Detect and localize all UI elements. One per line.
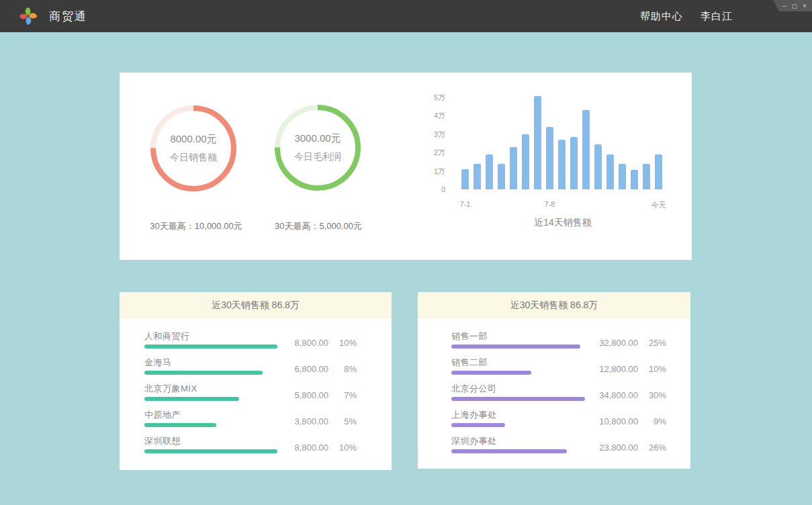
brand: 商贸通: [17, 0, 87, 32]
sales-bar: [486, 154, 493, 189]
ranking-row-bar: [451, 345, 580, 349]
close-button-icon[interactable]: ×: [803, 3, 807, 9]
ranking-row-percent: 30%: [638, 390, 666, 400]
ranking-row-value: 3,800.005%: [294, 416, 357, 426]
sales-bar: [510, 147, 517, 189]
ranking-row-amount: 5,800.00: [294, 390, 328, 400]
ranking-row-percent: 10%: [638, 364, 666, 374]
bar-chart-x-axis: 7-17-8今天: [461, 200, 664, 210]
ranking-row: 上海办事处10,800.009%: [451, 409, 666, 435]
ranking-row-percent: 25%: [638, 338, 666, 348]
ranking-row-amount: 32,800.00: [599, 338, 638, 348]
ranking-row-amount: 3,800.00: [294, 416, 328, 426]
today-sales-label: 今日销售额: [170, 152, 217, 164]
x-axis-tick: 7-8: [545, 200, 555, 208]
sales-bar: [461, 169, 469, 189]
bar-chart-bars: [461, 95, 664, 189]
ranking-row-value: 10,800.009%: [599, 416, 666, 426]
sales-bar: [631, 170, 638, 189]
minimize-button-icon[interactable]: —: [782, 3, 786, 9]
window-controls: — □ ×: [770, 0, 812, 11]
today-sales-donut: 8000.00元 今日销售额: [150, 105, 236, 191]
ranking-row: 北京分公司34,800.0030%: [451, 383, 666, 409]
ranking-row-amount: 34,800.00: [599, 390, 638, 400]
customer-ranking-list: 人和商贸行8,800.0010%金海马6,800.008%北京万象MIX5,80…: [120, 318, 392, 461]
y-axis-tick: 4万: [402, 111, 445, 120]
ranking-row-amount: 10,800.00: [599, 416, 638, 426]
department-ranking-title: 近30天销售额 86.8万: [418, 292, 690, 318]
ranking-row-amount: 8,800.00: [294, 338, 328, 348]
ranking-row-percent: 8%: [328, 364, 357, 374]
ranking-row-percent: 10%: [328, 443, 357, 453]
y-axis-tick: 1万: [402, 167, 445, 176]
sales-bar: [582, 110, 590, 189]
x-axis-tick: 7-1: [460, 200, 471, 208]
ranking-row-bar: [451, 449, 567, 453]
ranking-row-bar: [144, 449, 277, 453]
app-title: 商贸通: [49, 9, 87, 24]
department-ranking-card: 近30天销售额 86.8万 销售一部32,800.0025%销售二部12,800…: [418, 292, 690, 469]
ranking-row-percent: 7%: [328, 390, 357, 400]
ranking-row-value: 34,800.0030%: [599, 390, 666, 400]
titlebar: 商贸通 帮助中心 李白江 — □ ×: [0, 0, 812, 32]
ranking-row-value: 12,800.0010%: [599, 364, 666, 374]
sales-bar: [558, 140, 566, 189]
sales-bar: [534, 96, 541, 189]
today-profit-donut: 3000.00元 今日毛利润: [275, 105, 361, 191]
department-ranking-list: 销售一部32,800.0025%销售二部12,800.0010%北京分公司34,…: [418, 318, 690, 461]
ranking-row-amount: 6,800.00: [294, 364, 328, 374]
ranking-row-value: 8,800.0010%: [294, 338, 357, 348]
sales-bar: [498, 164, 505, 190]
ranking-row-percent: 10%: [328, 338, 357, 348]
ranking-row-percent: 9%: [638, 416, 666, 426]
today-profit-value: 3000.00元: [294, 132, 341, 145]
ranking-row-bar: [144, 397, 239, 401]
today-profit-label: 今日毛利润: [294, 151, 341, 163]
ranking-row-percent: 5%: [328, 416, 357, 426]
ranking-row: 金海马6,800.008%: [144, 357, 357, 383]
ranking-row-bar: [451, 371, 531, 375]
sales-bar: [606, 154, 614, 189]
ranking-row-amount: 12,800.00: [599, 364, 638, 374]
sales-bar: [643, 164, 650, 190]
sales-bar: [546, 127, 553, 190]
ranking-row-value: 6,800.008%: [294, 364, 357, 374]
y-axis-tick: 0: [402, 185, 445, 194]
bar-chart-title: 近14天销售额: [459, 217, 667, 229]
customer-ranking-title: 近30天销售额 86.8万: [120, 292, 392, 318]
sales-bar: [570, 137, 578, 189]
profit-30d-max-caption: 30天最高：5,000.00元: [251, 220, 386, 232]
nav-user[interactable]: 李白江: [701, 10, 733, 23]
ranking-row-value: 8,800.0010%: [294, 443, 357, 453]
maximize-button-icon[interactable]: □: [793, 3, 797, 9]
y-axis-tick: 5万: [402, 93, 445, 102]
ranking-row-bar: [144, 423, 216, 427]
ranking-row-bar: [451, 397, 585, 401]
ranking-row: 北京万象MIX5,800.007%: [144, 383, 357, 409]
app-logo-pinwheel-icon: [17, 5, 39, 27]
ranking-row: 销售一部32,800.0025%: [451, 330, 666, 357]
ranking-row-bar: [451, 423, 505, 427]
ranking-row: 中原地产3,800.005%: [144, 409, 357, 435]
titlebar-nav: 帮助中心 李白江: [640, 0, 733, 32]
ranking-row: 深圳办事处23,800.0026%: [451, 435, 666, 461]
customer-ranking-card: 近30天销售额 86.8万 人和商贸行8,800.0010%金海马6,800.0…: [120, 292, 392, 470]
ranking-row-percent: 26%: [638, 443, 666, 453]
ranking-row: 人和商贸行8,800.0010%: [144, 330, 357, 357]
sales-bar: [473, 164, 481, 190]
sales-30d-max-caption: 30天最高：10,000.00元: [129, 220, 263, 232]
ranking-row-value: 5,800.007%: [294, 390, 357, 400]
sales-bar: [655, 154, 662, 189]
today-sales-donut-text: 8000.00元 今日销售额: [150, 105, 236, 191]
y-axis-tick: 2万: [402, 148, 445, 157]
ranking-row-bar: [144, 371, 263, 375]
sales-bar: [594, 144, 602, 189]
ranking-row-value: 23,800.0026%: [599, 443, 666, 453]
today-profit-donut-text: 3000.00元 今日毛利润: [275, 105, 361, 191]
nav-help-center[interactable]: 帮助中心: [640, 10, 683, 23]
ranking-row: 销售二部12,800.0010%: [451, 357, 666, 383]
sales-bar: [522, 134, 529, 190]
overview-card: 8000.00元 今日销售额 3000.00元 今日毛利润 30天最高：10,0…: [120, 73, 692, 260]
today-sales-value: 8000.00元: [170, 133, 216, 146]
y-axis-tick: 3万: [402, 130, 445, 139]
